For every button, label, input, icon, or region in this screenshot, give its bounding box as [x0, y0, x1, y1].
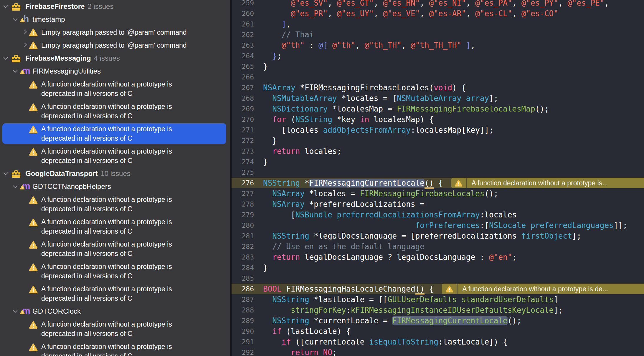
- code-line-261[interactable]: 261 ],: [232, 19, 644, 29]
- line-number[interactable]: 262: [232, 29, 254, 40]
- highlighted-symbol[interactable]: FIRMessagingCurrentLocale: [309, 179, 425, 187]
- sidebar-issue-row[interactable]: Empty paragraph passed to '@param' comma…: [0, 39, 230, 52]
- line-number[interactable]: 270: [232, 114, 254, 125]
- line-number[interactable]: 272: [232, 135, 254, 146]
- sidebar-issue-row[interactable]: A function declaration without a prototy…: [0, 340, 230, 356]
- code-line-268[interactable]: 268 NSMutableArray *locales = [NSMutable…: [232, 93, 644, 104]
- line-number[interactable]: 283: [232, 252, 254, 262]
- line-number[interactable]: 265: [232, 61, 254, 72]
- code-line-290[interactable]: 290 if (lastLocale) {: [232, 326, 644, 337]
- line-number[interactable]: 281: [232, 231, 254, 241]
- line-number[interactable]: 278: [232, 199, 254, 209]
- code-line-271[interactable]: 271 [locales addObjectsFromArray:locales…: [232, 125, 644, 135]
- code-line-266[interactable]: 266: [232, 72, 644, 82]
- code-line-275[interactable]: 275: [232, 167, 644, 178]
- code-line-262[interactable]: 262 // Thai: [232, 29, 644, 40]
- line-number[interactable]: 282: [232, 241, 254, 252]
- line-number[interactable]: 263: [232, 40, 254, 51]
- line-number[interactable]: 289: [232, 315, 254, 326]
- sidebar-issue-row[interactable]: A function declaration without a prototy…: [0, 193, 230, 215]
- code-line-277[interactable]: 277 NSArray *locales = FIRMessagingFireb…: [232, 188, 644, 199]
- sidebar-issue-row[interactable]: A function declaration without a prototy…: [0, 260, 230, 282]
- code-line-264[interactable]: 264 };: [232, 51, 644, 61]
- sidebar-group-row[interactable]: FirebaseFirestore2 issues: [0, 0, 230, 13]
- code-line-292[interactable]: 292 return NO;: [232, 347, 644, 356]
- chevron-down-icon[interactable]: [13, 184, 18, 188]
- code-line-288[interactable]: 288 stringForKey:kFIRMessagingInstanceID…: [232, 305, 644, 315]
- sidebar-issue-row[interactable]: A function declaration without a prototy…: [0, 78, 230, 100]
- warning-annotation[interactable]: A function declaration without a prototy…: [442, 284, 644, 294]
- sidebar-file-row[interactable]: htimestamp: [0, 13, 230, 26]
- code-line-270[interactable]: 270 for (NSString *key in localesMap) {: [232, 114, 644, 125]
- chevron-down-icon[interactable]: [13, 68, 18, 73]
- code-line-285[interactable]: 285: [232, 273, 644, 284]
- code-line-260[interactable]: 260 @"es_PR", @"es_UY", @"es_VE", @"es-A…: [232, 8, 644, 19]
- code-line-286[interactable]: 286BOOL FIRMessagingHasLocaleChanged() {…: [232, 284, 644, 294]
- line-number[interactable]: 273: [232, 146, 254, 157]
- sidebar-issue-row[interactable]: Empty paragraph passed to '@param' comma…: [0, 26, 230, 39]
- line-number[interactable]: 276: [232, 178, 254, 188]
- line-number[interactable]: 267: [232, 82, 254, 93]
- code-line-287[interactable]: 287 NSString *lastLocale = [[GULUserDefa…: [232, 294, 644, 305]
- code-line-284[interactable]: 284}: [232, 262, 644, 273]
- line-number[interactable]: 259: [232, 0, 254, 8]
- code-line-267[interactable]: 267NSArray *FIRMessagingFirebaseLocales(…: [232, 82, 644, 93]
- code-line-280[interactable]: 280 forPreferences:[NSLocale preferredLa…: [232, 220, 644, 231]
- line-number[interactable]: 260: [232, 8, 254, 19]
- chevron-down-icon[interactable]: [13, 16, 18, 21]
- chevron-down-icon[interactable]: [4, 4, 8, 8]
- code-line-274[interactable]: 274}: [232, 157, 644, 167]
- code-line-278[interactable]: 278 NSArray *preferredLocalizations =: [232, 199, 644, 209]
- sidebar-file-row[interactable]: mFIRMessagingUtilities: [0, 65, 230, 78]
- line-number[interactable]: 277: [232, 188, 254, 199]
- chevron-down-icon[interactable]: [13, 308, 18, 313]
- sidebar-issue-row[interactable]: A function declaration without a prototy…: [0, 100, 230, 122]
- code-line-273[interactable]: 273 return locales;: [232, 146, 644, 157]
- code-line-259[interactable]: 259 @"es_SV", @"es_GT", @"es_HN", @"es_N…: [232, 0, 644, 8]
- line-number[interactable]: 285: [232, 273, 254, 284]
- line-number[interactable]: 292: [232, 347, 254, 356]
- code-line-291[interactable]: 291 if ([currentLocale isEqualToString:l…: [232, 337, 644, 347]
- sidebar-issue-row[interactable]: A function declaration without a prototy…: [0, 282, 230, 305]
- sidebar-group-row[interactable]: FirebaseMessaging4 issues: [0, 52, 230, 65]
- line-number[interactable]: 287: [232, 294, 254, 305]
- chevron-right-icon[interactable]: [22, 30, 27, 34]
- code-line-276[interactable]: 276NSString *FIRMessagingCurrentLocale()…: [232, 178, 644, 188]
- sidebar-file-row[interactable]: mGDTCCTNanopbHelpers: [0, 180, 230, 193]
- sidebar-issue-row[interactable]: A function declaration without a prototy…: [0, 215, 230, 238]
- line-number[interactable]: 264: [232, 51, 254, 61]
- code-line-279[interactable]: 279 [NSBundle preferredLocalizationsFrom…: [232, 209, 644, 220]
- code-line-281[interactable]: 281 NSString *legalDocsLanguage = [prefe…: [232, 231, 644, 241]
- code-line-283[interactable]: 283 return legalDocsLanguage ? legalDocs…: [232, 252, 644, 262]
- sidebar-file-row[interactable]: mGDTCORClock: [0, 305, 230, 318]
- code-line-263[interactable]: 263 @"th" : @[ @"th", @"th_TH", @"th_TH_…: [232, 40, 644, 51]
- sidebar-group-row[interactable]: GoogleDataTransport10 issues: [0, 167, 230, 180]
- sidebar-issue-row[interactable]: A function declaration without a prototy…: [0, 122, 230, 145]
- sidebar-issue-row[interactable]: A function declaration without a prototy…: [0, 238, 230, 260]
- warning-annotation[interactable]: A function declaration without a prototy…: [451, 178, 644, 188]
- line-number[interactable]: 284: [232, 262, 254, 273]
- line-number[interactable]: 290: [232, 326, 254, 337]
- chevron-right-icon[interactable]: [22, 43, 27, 47]
- line-number[interactable]: 269: [232, 104, 254, 114]
- chevron-down-icon[interactable]: [4, 171, 8, 175]
- line-number[interactable]: 261: [232, 19, 254, 29]
- line-number[interactable]: 271: [232, 125, 254, 135]
- code-line-289[interactable]: 289 NSString *currentLocale = FIRMessagi…: [232, 315, 644, 326]
- code-line-272[interactable]: 272 }: [232, 135, 644, 146]
- line-number[interactable]: 288: [232, 305, 254, 315]
- line-number[interactable]: 275: [232, 167, 254, 178]
- sidebar-issue-row[interactable]: A function declaration without a prototy…: [0, 318, 230, 340]
- line-number[interactable]: 291: [232, 337, 254, 347]
- line-number[interactable]: 280: [232, 220, 254, 231]
- line-number[interactable]: 279: [232, 209, 254, 220]
- chevron-down-icon[interactable]: [4, 55, 8, 60]
- code-line-265[interactable]: 265}: [232, 61, 644, 72]
- line-number[interactable]: 274: [232, 157, 254, 167]
- code-line-282[interactable]: 282 // Use en as the default language: [232, 241, 644, 252]
- code-line-269[interactable]: 269 NSDictionary *localesMap = FIRMessag…: [232, 104, 644, 114]
- line-number[interactable]: 268: [232, 93, 254, 104]
- line-number[interactable]: 286: [232, 284, 254, 294]
- highlighted-symbol[interactable]: FIRMessagingCurrentLocale: [392, 316, 507, 325]
- line-number[interactable]: 266: [232, 72, 254, 82]
